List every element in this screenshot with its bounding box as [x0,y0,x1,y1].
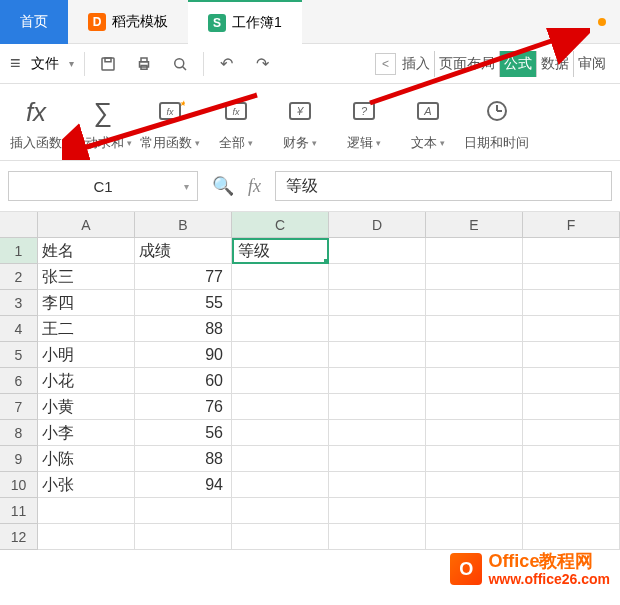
row-header[interactable]: 2 [0,264,38,290]
tab-formula[interactable]: 公式 [500,51,537,77]
cell[interactable] [426,472,523,498]
logic-button[interactable]: ? 逻辑 [336,94,392,152]
name-box[interactable]: C1 [8,171,198,201]
cell[interactable] [135,524,232,550]
column-header[interactable]: E [426,212,523,238]
cell[interactable] [426,446,523,472]
row-header[interactable]: 1 [0,238,38,264]
cell[interactable] [329,446,426,472]
select-all-corner[interactable] [0,212,38,238]
finance-button[interactable]: ¥ 财务 [272,94,328,152]
row-header[interactable]: 6 [0,368,38,394]
cell[interactable] [135,498,232,524]
cell[interactable] [426,524,523,550]
column-header[interactable]: D [329,212,426,238]
cell[interactable] [426,368,523,394]
cell[interactable] [329,472,426,498]
spreadsheet-grid[interactable]: A B C D E F 1姓名成绩等级2张三773李四554王二885小明906… [0,212,620,550]
cell[interactable]: 小花 [38,368,135,394]
menu-icon[interactable]: ≡ [10,53,21,74]
row-header[interactable]: 7 [0,394,38,420]
cell[interactable]: 76 [135,394,232,420]
cell[interactable] [426,264,523,290]
all-functions-button[interactable]: fx 全部 [208,94,264,152]
tab-workbook[interactable]: S 工作簿1 [188,0,302,44]
cell[interactable] [426,238,523,264]
common-functions-button[interactable]: fx★ 常用函数 [140,94,200,152]
cell[interactable] [232,394,329,420]
cell[interactable] [232,368,329,394]
column-header[interactable]: B [135,212,232,238]
cell[interactable] [426,498,523,524]
cell[interactable] [329,394,426,420]
cell[interactable] [232,524,329,550]
cell[interactable] [232,290,329,316]
cell[interactable]: 小明 [38,342,135,368]
tab-data[interactable]: 数据 [537,51,574,77]
autosum-button[interactable]: ∑ 自动求和 [72,94,132,152]
cell[interactable]: 小陈 [38,446,135,472]
cell[interactable] [329,420,426,446]
formula-input[interactable]: 等级 [275,171,612,201]
row-header[interactable]: 10 [0,472,38,498]
cell[interactable] [232,420,329,446]
cell[interactable]: 55 [135,290,232,316]
text-button[interactable]: A 文本 [400,94,456,152]
cell[interactable] [232,472,329,498]
preview-icon[interactable] [167,51,193,77]
cell[interactable] [426,290,523,316]
undo-icon[interactable]: ↶ [214,51,240,77]
datetime-button[interactable]: 日期和时间 [464,94,529,152]
cell[interactable] [426,420,523,446]
cell[interactable]: 88 [135,446,232,472]
cell[interactable]: 李四 [38,290,135,316]
row-header[interactable]: 3 [0,290,38,316]
row-header[interactable]: 5 [0,342,38,368]
cell[interactable] [329,264,426,290]
cell[interactable]: 成绩 [135,238,232,264]
cell[interactable] [232,264,329,290]
save-icon[interactable] [95,51,121,77]
cell[interactable] [523,394,620,420]
cell[interactable] [38,524,135,550]
cell[interactable] [523,342,620,368]
cell[interactable] [329,290,426,316]
row-header[interactable]: 8 [0,420,38,446]
cell[interactable] [426,342,523,368]
cell[interactable] [329,498,426,524]
cell[interactable]: 60 [135,368,232,394]
cell[interactable]: 姓名 [38,238,135,264]
tab-review[interactable]: 审阅 [574,51,610,77]
row-header[interactable]: 9 [0,446,38,472]
cell[interactable]: 张三 [38,264,135,290]
row-header[interactable]: 4 [0,316,38,342]
cell[interactable]: 94 [135,472,232,498]
tab-insert[interactable]: 插入 [398,51,435,77]
search-icon[interactable]: 🔍 [212,175,234,197]
column-header[interactable]: C [232,212,329,238]
cell[interactable] [523,498,620,524]
cell[interactable] [232,498,329,524]
cell[interactable]: 等级 [232,238,329,264]
cell[interactable] [329,368,426,394]
cell[interactable] [523,420,620,446]
cell[interactable] [329,238,426,264]
fx-icon[interactable]: fx [248,176,261,197]
cell[interactable]: 小张 [38,472,135,498]
cell[interactable] [523,368,620,394]
file-menu[interactable]: 文件 [31,55,59,73]
cell[interactable]: 56 [135,420,232,446]
row-header[interactable]: 11 [0,498,38,524]
cell[interactable] [523,290,620,316]
cell[interactable] [329,524,426,550]
row-header[interactable]: 12 [0,524,38,550]
cell[interactable]: 小李 [38,420,135,446]
cell[interactable] [232,446,329,472]
cell[interactable] [426,316,523,342]
cell[interactable] [232,342,329,368]
column-header[interactable]: F [523,212,620,238]
print-icon[interactable] [131,51,157,77]
cell[interactable] [523,446,620,472]
tab-home[interactable]: 首页 [0,0,68,44]
cell[interactable] [232,316,329,342]
